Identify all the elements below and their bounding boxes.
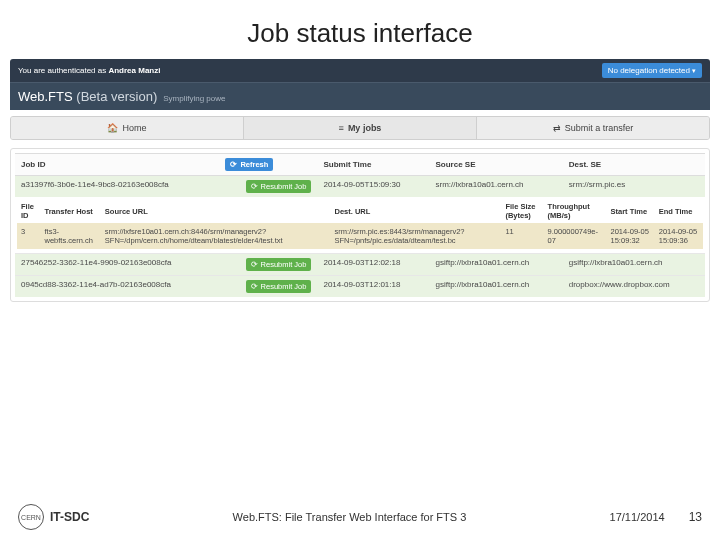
no-delegation-label: No delegation detected bbox=[608, 66, 690, 75]
footer-org: IT-SDC bbox=[50, 510, 89, 524]
refresh-icon: ⟳ bbox=[251, 182, 258, 191]
files-table: File ID Transfer Host Source URL Dest. U… bbox=[17, 199, 703, 249]
tab-my-jobs[interactable]: ≡ My jobs bbox=[244, 117, 477, 139]
cell-dest-se: gsiftp://lxbra10a01.cern.ch bbox=[563, 254, 705, 276]
table-row[interactable]: a31397f6-3b0e-11e4-9bc8-02163e008cfa ⟳ R… bbox=[15, 176, 705, 198]
auth-bar: You are authenticated as Andrea Manzi No… bbox=[10, 59, 710, 82]
col-start-time: Start Time bbox=[607, 199, 655, 223]
cell-dest-se: dropbox://www.dropbox.com bbox=[563, 276, 705, 298]
cell-submit-time: 2014-09-03T12:02:18 bbox=[317, 254, 429, 276]
col-job-id: Job ID bbox=[15, 154, 219, 176]
app-screenshot: You are authenticated as Andrea Manzi No… bbox=[10, 59, 710, 302]
cell-start-time: 2014-09-05 15:09:32 bbox=[607, 223, 655, 249]
resubmit-label: Resubmit Job bbox=[261, 260, 307, 269]
col-transfer-host: Transfer Host bbox=[41, 199, 101, 223]
resubmit-button[interactable]: ⟳ Resubmit Job bbox=[246, 280, 312, 293]
transfer-icon: ⇄ bbox=[553, 123, 561, 133]
col-throughput: Throughput (MB/s) bbox=[544, 199, 607, 223]
cell-job-id: 0945cd88-3362-11e4-ad7b-02163e008cfa bbox=[15, 276, 219, 298]
table-row[interactable]: 27546252-3362-11e4-9909-02163e008cfa ⟳ R… bbox=[15, 254, 705, 276]
tab-submit-label: Submit a transfer bbox=[565, 123, 634, 133]
col-submit-time: Submit Time bbox=[317, 154, 429, 176]
refresh-button[interactable]: ⟳ Refresh bbox=[225, 158, 273, 171]
list-icon: ≡ bbox=[339, 123, 344, 133]
cell-submit-time: 2014-09-05T15:09:30 bbox=[317, 176, 429, 198]
slide-footer: CERN IT-SDC Web.FTS: File Transfer Web I… bbox=[0, 504, 720, 530]
brand-beta: (Beta version) bbox=[76, 89, 157, 104]
nav-tabs: 🏠 Home ≡ My jobs ⇄ Submit a transfer bbox=[10, 116, 710, 140]
cell-source-se: gsiftp://lxbra10a01.cern.ch bbox=[429, 254, 562, 276]
cell-submit-time: 2014-09-03T12:01:18 bbox=[317, 276, 429, 298]
brand-name: Web.FTS (Beta version) bbox=[18, 89, 157, 104]
cell-file-size: 11 bbox=[501, 223, 543, 249]
refresh-label: Refresh bbox=[240, 160, 268, 169]
cell-job-id: 27546252-3362-11e4-9909-02163e008cfa bbox=[15, 254, 219, 276]
cern-icon: CERN bbox=[18, 504, 44, 530]
cell-dest-url: srm://srm.pic.es:8443/srm/managerv2?SFN=… bbox=[330, 223, 501, 249]
slide-title: Job status interface bbox=[0, 0, 720, 59]
footer-date: 17/11/2014 bbox=[610, 511, 665, 523]
col-file-size: File Size (Bytes) bbox=[501, 199, 543, 223]
auth-user: Andrea Manzi bbox=[108, 66, 160, 75]
resubmit-label: Resubmit Job bbox=[261, 182, 307, 191]
tab-home-label: Home bbox=[122, 123, 146, 133]
resubmit-label: Resubmit Job bbox=[261, 282, 307, 291]
auth-text: You are authenticated as Andrea Manzi bbox=[18, 66, 160, 75]
cell-job-id: a31397f6-3b0e-11e4-9bc8-02163e008cfa bbox=[15, 176, 219, 198]
cell-transfer-host: fts3-webfts.cern.ch bbox=[41, 223, 101, 249]
col-refresh: ⟳ Refresh bbox=[219, 154, 317, 176]
refresh-icon: ⟳ bbox=[251, 260, 258, 269]
brand-tagline: Symplifying powe bbox=[163, 94, 225, 103]
cell-file-id: 3 bbox=[17, 223, 41, 249]
resubmit-button[interactable]: ⟳ Resubmit Job bbox=[246, 180, 312, 193]
col-end-time: End Time bbox=[655, 199, 703, 223]
footer-center: Web.FTS: File Transfer Web Interface for… bbox=[89, 511, 609, 523]
cell-dest-se: srm://srm.pic.es bbox=[563, 176, 705, 198]
no-delegation-button[interactable]: No delegation detected▾ bbox=[602, 63, 702, 78]
jobs-header-row: Job ID ⟳ Refresh Submit Time Source SE D… bbox=[15, 154, 705, 176]
col-file-id: File ID bbox=[17, 199, 41, 223]
cell-actions: ⟳ Resubmit Job bbox=[219, 176, 317, 198]
footer-logo: CERN IT-SDC bbox=[18, 504, 89, 530]
tab-submit-transfer[interactable]: ⇄ Submit a transfer bbox=[477, 117, 709, 139]
auth-prefix: You are authenticated as bbox=[18, 66, 108, 75]
cell-throughput: 9.000000749e-07 bbox=[544, 223, 607, 249]
footer-page: 13 bbox=[689, 510, 702, 524]
jobs-table: Job ID ⟳ Refresh Submit Time Source SE D… bbox=[15, 153, 705, 297]
refresh-icon: ⟳ bbox=[230, 160, 237, 169]
files-header-row: File ID Transfer Host Source URL Dest. U… bbox=[17, 199, 703, 223]
cell-actions: ⟳ Resubmit Job bbox=[219, 276, 317, 298]
brand-bar: Web.FTS (Beta version) Symplifying powe bbox=[10, 82, 710, 110]
cell-source-se: srm://lxbra10a01.cern.ch bbox=[429, 176, 562, 198]
tab-home[interactable]: 🏠 Home bbox=[11, 117, 244, 139]
refresh-icon: ⟳ bbox=[251, 282, 258, 291]
job-detail-row: File ID Transfer Host Source URL Dest. U… bbox=[15, 197, 705, 254]
col-dest-se: Dest. SE bbox=[563, 154, 705, 176]
col-dest-url: Dest. URL bbox=[330, 199, 501, 223]
home-icon: 🏠 bbox=[107, 123, 118, 133]
cell-end-time: 2014-09-05 15:09:36 bbox=[655, 223, 703, 249]
table-row[interactable]: 0945cd88-3362-11e4-ad7b-02163e008cfa ⟳ R… bbox=[15, 276, 705, 298]
chevron-down-icon: ▾ bbox=[692, 67, 696, 74]
resubmit-button[interactable]: ⟳ Resubmit Job bbox=[246, 258, 312, 271]
col-source-se: Source SE bbox=[429, 154, 562, 176]
cell-source-url: srm://lxfsre10a01.cern.ch:8446/srm/manag… bbox=[101, 223, 331, 249]
table-row[interactable]: 3 fts3-webfts.cern.ch srm://lxfsre10a01.… bbox=[17, 223, 703, 249]
cell-source-se: gsiftp://lxbra10a01.cern.ch bbox=[429, 276, 562, 298]
tab-myjobs-label: My jobs bbox=[348, 123, 382, 133]
jobs-panel: Job ID ⟳ Refresh Submit Time Source SE D… bbox=[10, 148, 710, 302]
cell-actions: ⟳ Resubmit Job bbox=[219, 254, 317, 276]
col-source-url: Source URL bbox=[101, 199, 331, 223]
